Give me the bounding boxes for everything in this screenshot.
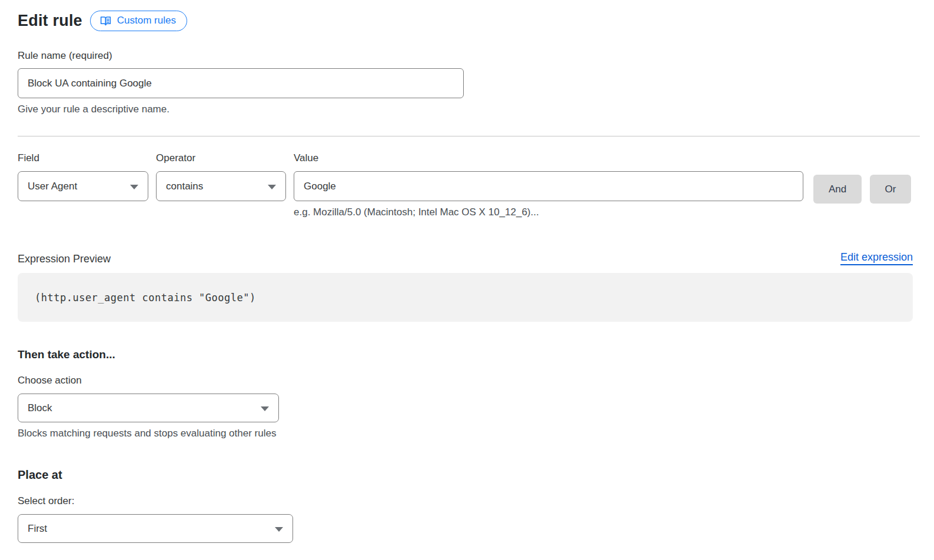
action-helper: Blocks matching requests and stops evalu…: [18, 428, 911, 439]
value-helper: e.g. Mozilla/5.0 (Macintosh; Intel Mac O…: [294, 206, 803, 218]
expression-builder-row: Field User Agent Operator contains Value…: [18, 152, 911, 218]
custom-rules-badge-label: Custom rules: [117, 14, 176, 27]
expression-preview-box: (http.user_agent contains "Google"): [18, 273, 913, 322]
choose-action-label: Choose action: [18, 375, 911, 386]
place-at-heading: Place at: [18, 468, 911, 482]
operator-column: Operator contains: [156, 152, 286, 201]
expression-code: (http.user_agent contains "Google"): [35, 292, 256, 304]
or-button[interactable]: Or: [870, 175, 911, 204]
expression-preview-row: Expression Preview Edit expression: [18, 251, 913, 265]
action-select[interactable]: Block: [18, 394, 279, 422]
field-select[interactable]: User Agent: [18, 171, 148, 201]
expression-preview-label: Expression Preview: [18, 253, 111, 265]
chevron-down-icon: [275, 527, 283, 532]
field-column: Field User Agent: [18, 152, 148, 201]
and-button[interactable]: And: [813, 175, 862, 204]
rule-name-label: Rule name (required): [18, 50, 911, 62]
title-row: Edit rule Custom rules: [18, 11, 911, 31]
field-select-value: User Agent: [28, 181, 77, 192]
action-section-heading: Then take action...: [18, 348, 911, 361]
action-select-value: Block: [28, 402, 52, 414]
value-column: Value e.g. Mozilla/5.0 (Macintosh; Intel…: [294, 152, 803, 218]
chevron-down-icon: [268, 185, 276, 189]
open-book-icon: [99, 15, 112, 27]
chevron-down-icon: [261, 406, 269, 411]
field-label: Field: [18, 152, 148, 164]
operator-select-value: contains: [166, 181, 203, 192]
order-select[interactable]: First: [18, 514, 293, 543]
rule-name-input[interactable]: [18, 68, 464, 98]
chevron-down-icon: [130, 185, 138, 189]
select-order-label: Select order:: [18, 495, 911, 507]
rule-name-helper: Give your rule a descriptive name.: [18, 104, 911, 115]
value-label: Value: [294, 152, 803, 164]
order-select-value: First: [28, 523, 47, 535]
edit-expression-link[interactable]: Edit expression: [840, 251, 913, 265]
custom-rules-badge[interactable]: Custom rules: [90, 11, 187, 31]
operator-select[interactable]: contains: [156, 171, 286, 201]
value-input[interactable]: [294, 171, 803, 201]
operator-label: Operator: [156, 152, 286, 164]
edit-rule-form: Edit rule Custom rules Rule name (requir…: [0, 0, 929, 560]
page-title: Edit rule: [18, 12, 82, 30]
section-divider: [18, 136, 920, 136]
